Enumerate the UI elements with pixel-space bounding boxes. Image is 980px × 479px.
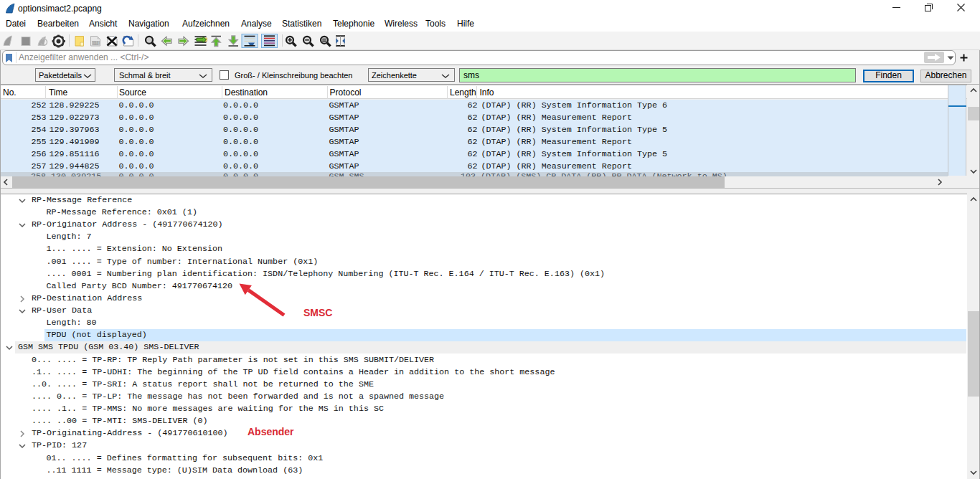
svg-text:010: 010 [93,42,99,45]
